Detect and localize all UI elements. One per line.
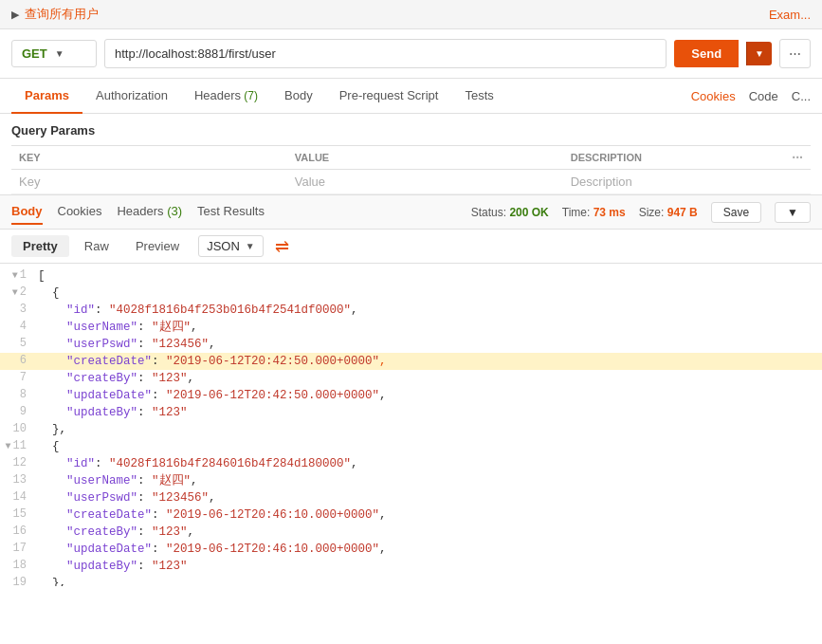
code-line: 12 "id": "4028f1816b4f2846016b4f284d1800…: [0, 455, 822, 472]
key-cell[interactable]: Key: [11, 170, 287, 194]
tab-authorization[interactable]: Authorization: [82, 79, 181, 114]
wrap-icon[interactable]: ⇌: [275, 236, 289, 257]
line-number: 4: [0, 319, 36, 333]
example-link[interactable]: Exam...: [769, 8, 811, 22]
line-number: ▼2: [0, 285, 36, 299]
cookies-link[interactable]: Cookies: [691, 89, 736, 103]
line-number: 19: [0, 575, 36, 586]
size-label: Size: 947 B: [639, 206, 698, 219]
line-content: },: [36, 421, 822, 438]
line-content: "id": "4028f1816b4f2846016b4f284d180000"…: [36, 455, 822, 472]
line-content: "updateDate": "2019-06-12T20:46:10.000+0…: [36, 541, 822, 558]
more-link[interactable]: C...: [792, 89, 811, 103]
line-number: 16: [0, 524, 36, 538]
line-number: 5: [0, 336, 36, 350]
tab-params[interactable]: Params: [11, 79, 82, 114]
request-row: GET ▼ Send ▼ ⋯: [0, 29, 822, 79]
fold-arrow-icon[interactable]: ▼: [6, 441, 11, 451]
preview-button[interactable]: Preview: [124, 235, 191, 257]
col-header-value: VALUE: [287, 146, 563, 170]
status-value: 200 OK: [509, 206, 548, 219]
line-content: "updateDate": "2019-06-12T20:42:50.000+0…: [36, 387, 822, 404]
line-number: 7: [0, 370, 36, 384]
more-options-button[interactable]: ⋯: [779, 39, 811, 68]
query-params-title: Query Params: [11, 123, 811, 138]
line-content: "id": "4028f1816b4f253b016b4f2541df0000"…: [36, 302, 822, 319]
line-content: "createBy": "123",: [36, 370, 822, 387]
code-line: 13 "userName": "赵四",: [0, 472, 822, 489]
line-number: 15: [0, 506, 36, 521]
code-line: 4 "userName": "赵四",: [0, 319, 822, 336]
method-chevron-icon: ▼: [55, 48, 64, 59]
code-line: 19 },: [0, 575, 822, 586]
line-content: {: [36, 438, 822, 455]
tabs-right-links: Cookies Code C...: [691, 89, 811, 103]
line-content: "userPswd": "123456",: [36, 336, 822, 353]
query-params-section: Query Params KEY VALUE DESCRIPTION ··· K…: [0, 114, 822, 194]
breadcrumb-arrow: ▶: [11, 9, 19, 21]
code-line: 3 "id": "4028f1816b4f253b016b4f2541df000…: [0, 302, 822, 319]
col-header-desc: DESCRIPTION: [563, 146, 785, 170]
col-header-actions: ···: [784, 146, 811, 170]
time-label: Time: 73 ms: [562, 206, 626, 219]
response-tab-body[interactable]: Body: [11, 199, 43, 225]
fold-arrow-icon[interactable]: ▼: [12, 287, 18, 298]
time-value: 73 ms: [594, 206, 626, 219]
code-line: 17 "updateDate": "2019-06-12T20:46:10.00…: [0, 541, 822, 558]
line-content: "createDate": "2019-06-12T20:46:10.000+0…: [36, 506, 822, 524]
tab-tests[interactable]: Tests: [451, 79, 506, 114]
line-number: 14: [0, 489, 36, 504]
line-content: "createBy": "123",: [36, 524, 822, 541]
table-row: Key Value Description: [11, 170, 811, 194]
col-header-key: KEY: [11, 146, 287, 170]
code-link[interactable]: Code: [749, 89, 778, 103]
save-dropdown-button[interactable]: ▼: [775, 202, 811, 223]
method-select[interactable]: GET ▼: [11, 40, 97, 67]
json-format-select[interactable]: JSON ▼: [198, 235, 264, 257]
response-tab-test-results[interactable]: Test Results: [197, 199, 265, 225]
response-tab-headers[interactable]: Headers (3): [117, 199, 182, 225]
tab-headers[interactable]: Headers (7): [181, 79, 271, 114]
code-line: 18 "updateBy": "123": [0, 558, 822, 575]
code-area: ▼1[▼2 {3 "id": "4028f1816b4f253b016b4f25…: [0, 264, 822, 586]
params-table: KEY VALUE DESCRIPTION ··· Key Value Desc…: [11, 145, 811, 194]
code-line: 14 "userPswd": "123456",: [0, 489, 822, 506]
save-button[interactable]: Save: [711, 202, 761, 223]
table-dots-icon[interactable]: ···: [792, 150, 803, 165]
method-label: GET: [22, 46, 47, 61]
line-number: 12: [0, 455, 36, 469]
line-number: 6: [0, 353, 36, 367]
breadcrumb-title[interactable]: 查询所有用户: [25, 6, 99, 23]
format-toolbar: Pretty Raw Preview JSON ▼ ⇌: [0, 230, 822, 264]
line-number: ▼11: [0, 438, 36, 452]
response-tab-cookies[interactable]: Cookies: [58, 199, 102, 225]
line-number: 3: [0, 302, 36, 316]
line-number: 18: [0, 558, 36, 572]
json-select-chevron-icon: ▼: [246, 241, 255, 251]
send-button[interactable]: Send: [674, 40, 739, 67]
tab-prerequest[interactable]: Pre-request Script: [326, 79, 452, 114]
line-content: [: [36, 267, 822, 285]
line-content: "userName": "赵四",: [36, 472, 822, 489]
pretty-button[interactable]: Pretty: [11, 235, 69, 257]
raw-button[interactable]: Raw: [73, 235, 120, 257]
code-line: 7 "createBy": "123",: [0, 370, 822, 387]
desc-cell[interactable]: Description: [563, 170, 785, 194]
value-cell[interactable]: Value: [287, 170, 563, 194]
response-divider: Body Cookies Headers (3) Test Results St…: [0, 194, 822, 230]
line-number: 17: [0, 541, 36, 555]
fold-arrow-icon[interactable]: ▼: [12, 270, 18, 281]
line-number: ▼1: [0, 267, 36, 282]
code-line: 8 "updateDate": "2019-06-12T20:42:50.000…: [0, 387, 822, 404]
request-tabs-row: Params Authorization Headers (7) Body Pr…: [0, 79, 822, 114]
line-number: 13: [0, 472, 36, 487]
line-number: 10: [0, 421, 36, 435]
code-line: ▼2 {: [0, 285, 822, 302]
tab-body[interactable]: Body: [271, 79, 326, 114]
line-number: 9: [0, 404, 36, 418]
send-dropdown-button[interactable]: ▼: [746, 42, 772, 65]
status-label: Status: 200 OK: [471, 206, 549, 219]
line-content: "updateBy": "123": [36, 558, 822, 575]
line-content: "updateBy": "123": [36, 404, 822, 421]
url-input[interactable]: [104, 39, 667, 68]
